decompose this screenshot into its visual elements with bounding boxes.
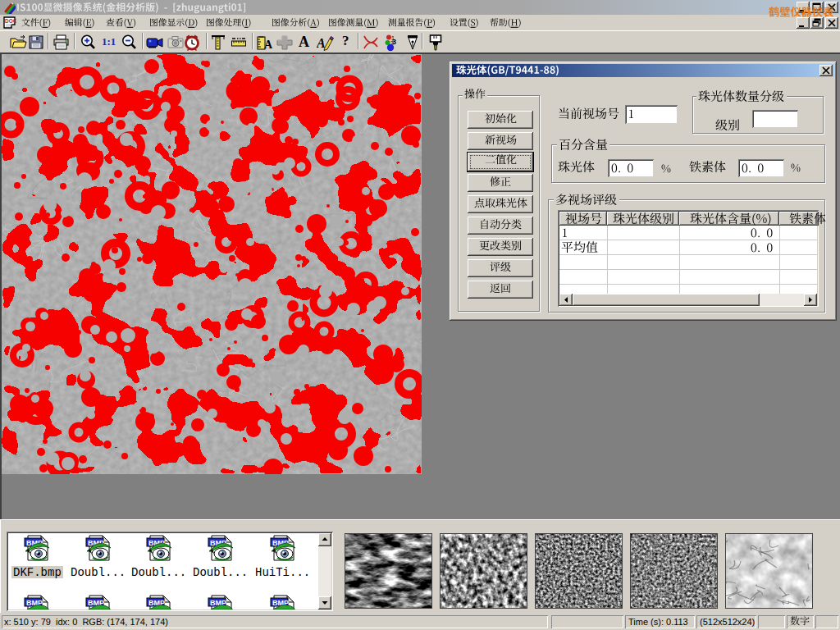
svg-text:DOC: DOC [5, 18, 16, 24]
svg-text:3: 3 [392, 38, 396, 46]
svg-text:A: A [317, 36, 326, 50]
svg-text:A: A [264, 39, 273, 51]
